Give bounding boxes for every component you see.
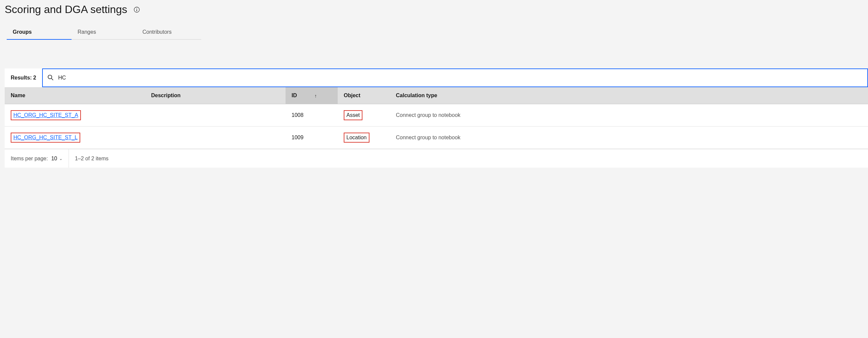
search-icon (48, 74, 54, 81)
pagination-range: 1–2 of 2 items (69, 156, 115, 162)
cell-id: 1009 (285, 127, 338, 149)
groups-table: Name Description ID ↑ Object Calculation… (5, 87, 868, 149)
col-header-calc[interactable]: Calculation type (390, 87, 868, 104)
tab-ranges[interactable]: Ranges (71, 25, 136, 40)
cell-object: Location (338, 127, 390, 149)
pagination: Items per page: 10 ⌄ 1–2 of 2 items (5, 149, 868, 168)
items-per-page-value: 10 (51, 156, 57, 162)
items-per-page-label: Items per page: (11, 156, 48, 162)
results-value: 2 (33, 75, 36, 81)
table-row: HC_ORG_HC_SITE_ST_A 1008 Asset Connect g… (5, 104, 868, 127)
results-count: Results: 2 (5, 68, 42, 87)
highlight-box: HC_ORG_HC_SITE_ST_L (11, 133, 80, 143)
cell-calc: Connect group to notebook (390, 104, 868, 127)
svg-point-3 (48, 75, 52, 78)
highlight-box: Location (344, 133, 369, 143)
tab-contributors[interactable]: Contributors (136, 25, 201, 40)
col-header-object[interactable]: Object (338, 87, 390, 104)
items-per-page-select[interactable]: 10 ⌄ (51, 156, 63, 162)
results-label: Results: (11, 75, 32, 81)
group-link[interactable]: HC_ORG_HC_SITE_ST_L (13, 135, 78, 140)
svg-point-1 (137, 8, 137, 9)
highlight-box: HC_ORG_HC_SITE_ST_A (11, 110, 81, 120)
sort-ascending-icon: ↑ (314, 93, 317, 99)
search-box[interactable] (42, 68, 868, 87)
info-icon[interactable] (134, 7, 140, 13)
cell-object: Asset (338, 104, 390, 127)
svg-line-4 (52, 78, 53, 80)
tab-groups[interactable]: Groups (7, 25, 71, 40)
highlight-box: Asset (344, 110, 363, 120)
search-input[interactable] (58, 75, 863, 81)
cell-calc: Connect group to notebook (390, 127, 868, 149)
cell-id: 1008 (285, 104, 338, 127)
col-header-name[interactable]: Name (5, 87, 145, 104)
group-link[interactable]: HC_ORG_HC_SITE_ST_A (13, 112, 78, 118)
col-header-id-label: ID (291, 93, 297, 98)
cell-description (145, 127, 285, 149)
cell-description (145, 104, 285, 127)
table-row: HC_ORG_HC_SITE_ST_L 1009 Location Connec… (5, 127, 868, 149)
col-header-description[interactable]: Description (145, 87, 285, 104)
page-title: Scoring and DGA settings (5, 3, 127, 16)
col-header-id[interactable]: ID ↑ (285, 87, 338, 104)
tabs: Groups Ranges Contributors (7, 25, 868, 40)
chevron-down-icon: ⌄ (59, 156, 63, 161)
